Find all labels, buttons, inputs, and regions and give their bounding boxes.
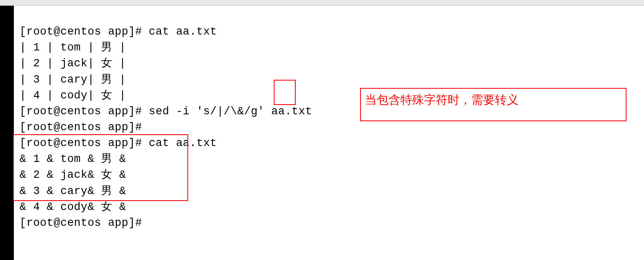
annotation-comment-text: 当包含特殊字符时，需要转义 bbox=[365, 93, 519, 106]
terminal-line: | 2 | jack| 女 | bbox=[20, 57, 126, 70]
terminal-line: [root@centos app]# cat aa.txt bbox=[20, 137, 217, 149]
terminal-line: | 3 | cary| 男 | bbox=[20, 74, 126, 86]
terminal-line: [root@centos app]# cat aa.txt bbox=[20, 26, 217, 38]
terminal-line: | 1 | tom | 男 | bbox=[20, 42, 126, 54]
terminal-line: [root@centos app]# bbox=[20, 217, 149, 229]
left-black-stripe bbox=[0, 6, 14, 260]
terminal-output[interactable]: [root@centos app]# cat aa.txt | 1 | tom … bbox=[20, 8, 312, 231]
terminal-line: [root@centos app]# sed -i 's/|/\&/g' aa.… bbox=[20, 105, 312, 118]
terminal-line: & 4 & cody& 女 & bbox=[20, 201, 126, 213]
terminal-line: & 1 & tom & 男 & bbox=[20, 153, 126, 165]
terminal-line: & 3 & cary& 男 & bbox=[20, 185, 126, 197]
terminal-line: | 4 | cody| 女 | bbox=[20, 90, 126, 102]
terminal-line: [root@centos app]# bbox=[20, 121, 149, 133]
terminal-line: & 2 & jack& 女 & bbox=[20, 169, 126, 181]
annotation-comment-box: 当包含特殊字符时，需要转义 bbox=[360, 88, 626, 121]
window-top-bar bbox=[0, 0, 644, 6]
